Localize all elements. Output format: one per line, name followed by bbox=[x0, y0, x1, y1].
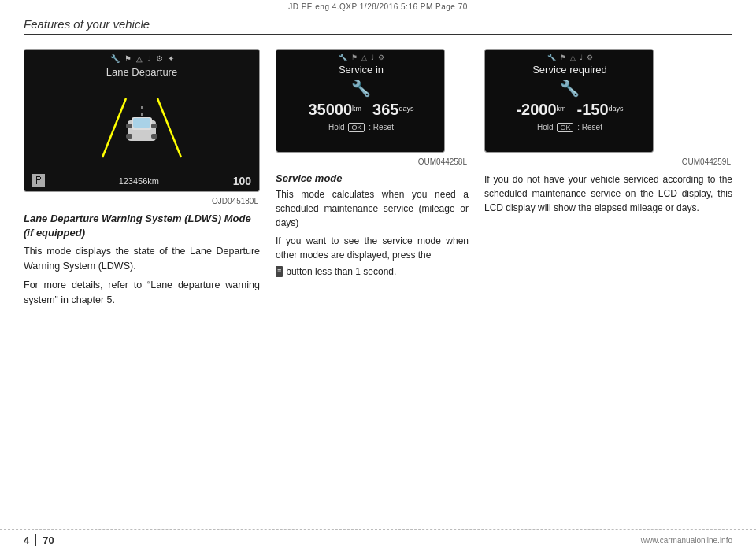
svg-rect-5 bbox=[133, 118, 150, 128]
service-req-display-screen: 🔧 ⚑ △ ♩ ⚙ Service required 🔧 -2000km -15… bbox=[484, 49, 654, 153]
svc-icon-2: ⚑ bbox=[351, 54, 358, 61]
svg-line-0 bbox=[102, 98, 126, 157]
ok-req-button: OK bbox=[557, 123, 573, 132]
service-mode-label: Service mode bbox=[276, 172, 469, 184]
svc-req-icon-1: 🔧 bbox=[547, 54, 556, 61]
lane-speed: 100 bbox=[233, 175, 251, 187]
svc-icon-3: △ bbox=[361, 54, 367, 61]
svg-line-1 bbox=[158, 98, 181, 157]
lane-icon-5: ⚙ bbox=[156, 54, 163, 63]
right-img-ref: OUM044259L bbox=[484, 157, 732, 166]
svg-rect-6 bbox=[126, 134, 132, 139]
service-body2: If you want to see the service mode when… bbox=[276, 234, 469, 262]
service-value1: 35000km bbox=[308, 101, 361, 119]
service-body1: This mode calculates when you need a sch… bbox=[276, 187, 469, 230]
left-img-ref: OJD045180L bbox=[24, 197, 260, 205]
left-column: 🔧 ⚑ △ ♩ ⚙ ✦ Lane Departure bbox=[24, 49, 260, 307]
right-body: If you do not have your vehicle serviced… bbox=[484, 172, 732, 215]
service-req-screen-bg: 🔧 ⚑ △ ♩ ⚙ Service required 🔧 -2000km -15… bbox=[485, 50, 654, 152]
svg-rect-9 bbox=[151, 124, 158, 128]
main-content: 🔧 ⚑ △ ♩ ⚙ ✦ Lane Departure bbox=[0, 35, 756, 315]
lane-departure-label: Lane Departure bbox=[106, 66, 177, 78]
service-screen-bg: 🔧 ⚑ △ ♩ ⚙ Service in 🔧 35000km 365days bbox=[276, 50, 445, 152]
svg-rect-7 bbox=[151, 134, 158, 139]
center-img-ref: OUM044258L bbox=[276, 157, 469, 166]
service-req-top-icons: 🔧 ⚑ △ ♩ ⚙ bbox=[547, 54, 593, 61]
lane-body1: This mode displays the state of the Lane… bbox=[24, 244, 260, 274]
footer-page: 70 bbox=[43, 534, 54, 546]
lane-icon-4: ♩ bbox=[147, 54, 151, 63]
service-inline-icon-row: ≡ button less than 1 second. bbox=[276, 264, 469, 279]
service-req-title: Service required bbox=[532, 64, 607, 76]
lane-icon-3: △ bbox=[136, 54, 143, 63]
lane-icon-6: ✦ bbox=[168, 54, 174, 63]
service-req-value1: -2000km bbox=[516, 101, 565, 119]
svc-req-icon-4: ♩ bbox=[580, 54, 583, 61]
svc-icon-4: ♩ bbox=[371, 54, 374, 61]
parking-icon: 🅿 bbox=[32, 174, 45, 188]
service-top-icons: 🔧 ⚑ △ ♩ ⚙ bbox=[339, 54, 384, 61]
service-ok-row: Hold OK : Reset bbox=[328, 123, 394, 132]
lane-display-screen: 🔧 ⚑ △ ♩ ⚙ ✦ Lane Departure bbox=[24, 49, 260, 192]
lane-mileage: 123456km bbox=[119, 176, 159, 186]
service-req-wrench-icon: 🔧 bbox=[560, 79, 580, 98]
svc-req-icon-5: ⚙ bbox=[587, 54, 593, 61]
service-in-title: Service in bbox=[339, 64, 384, 76]
service-display-screen: 🔧 ⚑ △ ♩ ⚙ Service in 🔧 35000km 365days bbox=[276, 49, 445, 153]
lane-svg bbox=[79, 87, 205, 165]
ok-button: OK bbox=[348, 123, 365, 132]
menu-inline-icon: ≡ bbox=[276, 266, 283, 277]
svc-icon-5: ⚙ bbox=[378, 54, 384, 61]
lane-illustration bbox=[24, 81, 259, 171]
footer-url: www.carmanualonline.info bbox=[641, 536, 732, 545]
center-column: 🔧 ⚑ △ ♩ ⚙ Service in 🔧 35000km 365days bbox=[276, 49, 469, 279]
lane-icon-2: ⚑ bbox=[124, 54, 132, 63]
lane-screen-bg: 🔧 ⚑ △ ♩ ⚙ ✦ Lane Departure bbox=[24, 50, 259, 191]
service-value2: 365days bbox=[372, 101, 413, 119]
page-header: Features of your vehicle bbox=[0, 11, 756, 34]
svc-req-icon-3: △ bbox=[570, 54, 576, 61]
svc-req-icon-2: ⚑ bbox=[560, 54, 566, 61]
svc-icon-1: 🔧 bbox=[339, 54, 347, 61]
svg-rect-8 bbox=[126, 124, 132, 128]
footer: 4 70 www.carmanualonline.info bbox=[0, 529, 756, 551]
lane-heading: Lane Departure Warning System (LDWS) Mod… bbox=[24, 212, 260, 240]
lane-top-icons: 🔧 ⚑ △ ♩ ⚙ ✦ bbox=[24, 50, 259, 65]
footer-section: 4 bbox=[24, 534, 36, 546]
service-wrench-icon: 🔧 bbox=[351, 79, 371, 98]
lane-body2: For more details, refer to “Lane departu… bbox=[24, 278, 260, 308]
right-column: 🔧 ⚑ △ ♩ ⚙ Service required 🔧 -2000km -15… bbox=[484, 49, 732, 215]
lane-icon-1: 🔧 bbox=[110, 54, 120, 63]
page-title: Features of your vehicle bbox=[24, 17, 150, 31]
service-req-ok-row: Hold OK : Reset bbox=[537, 123, 602, 132]
service-body3: button less than 1 second. bbox=[286, 264, 396, 279]
lane-bottom-row: 🅿 123456km 100 bbox=[24, 171, 259, 191]
file-info: JD PE eng 4.QXP 1/28/2016 5:16 PM Page 7… bbox=[0, 0, 756, 11]
service-req-value2: -150days bbox=[577, 101, 624, 119]
service-values-row: 35000km 365days bbox=[308, 101, 413, 119]
service-req-values-row: -2000km -150days bbox=[516, 101, 623, 119]
